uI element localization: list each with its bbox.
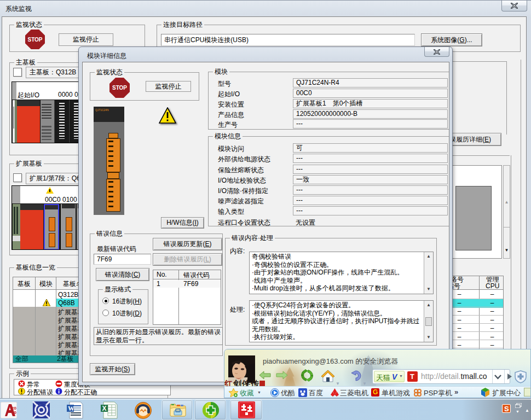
- svg-text:X: X: [102, 405, 107, 412]
- svg-text:W: W: [68, 405, 74, 412]
- svg-text:10: 10: [11, 410, 16, 415]
